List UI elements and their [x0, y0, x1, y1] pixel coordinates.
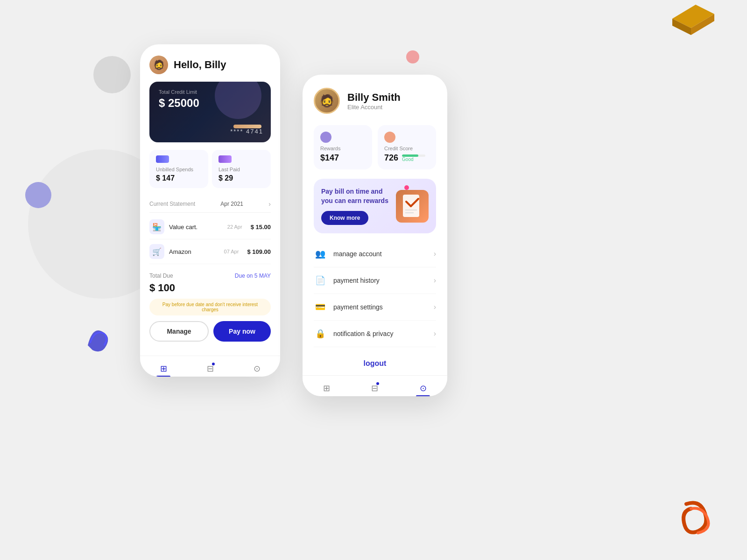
- txn-amount-0: $ 15.00: [251, 224, 271, 231]
- promo-illustration: [396, 190, 429, 223]
- last-paid-amount: $ 29: [218, 174, 264, 182]
- notification-privacy-label: notification & privacy: [333, 330, 427, 337]
- score-good-label: Good: [402, 157, 425, 162]
- manage-account-chevron-icon: ›: [434, 250, 436, 258]
- txn-date-1: 07 Apr: [224, 249, 239, 254]
- payment-history-chevron-icon: ›: [434, 276, 436, 285]
- right-nav-indicator: [376, 382, 379, 385]
- rewards-label: Rewards: [320, 146, 366, 151]
- rewards-icon: [320, 132, 331, 143]
- menu-item-payment-settings[interactable]: 💳 payment settings ›: [314, 294, 436, 321]
- stats-row: Unbilled Spends $ 147 Last Paid $ 29: [149, 150, 271, 188]
- manage-button[interactable]: Manage: [149, 321, 209, 342]
- left-bottom-nav: ⊞ ⊟ ⊙: [140, 356, 280, 377]
- logout-button[interactable]: logout: [364, 359, 387, 368]
- greeting-text: Hello, Billy: [174, 59, 226, 71]
- menu-item-manage-account[interactable]: 👥 manage account ›: [314, 241, 436, 267]
- table-row[interactable]: 🛒 Amazon 07 Apr $ 109.00: [149, 239, 271, 264]
- left-header: 🧔 Hello, Billy: [149, 56, 271, 74]
- right-phone-inner: 🧔 Billy Smith Elite Account Rewards $147…: [303, 75, 447, 347]
- action-buttons: Manage Pay now: [149, 321, 271, 342]
- total-due-row: Total Due Due on 5 MAY: [149, 273, 271, 279]
- credit-score-value: 726: [384, 153, 398, 163]
- home-icon: ⊞: [160, 364, 167, 374]
- credit-score-label: Credit Score: [384, 146, 430, 151]
- credit-score-icon: [384, 132, 395, 143]
- manage-account-label: manage account: [333, 250, 427, 258]
- transaction-list: 🏪 Value cart. 22 Apr $ 15.00 🛒 Amazon 07…: [149, 215, 271, 264]
- card-number: **** 4741: [230, 128, 263, 135]
- left-phone-inner: 🧔 Hello, Billy Total Credit Limit $ 2500…: [140, 44, 280, 264]
- warning-bar: Pay before due date and don't receive in…: [149, 299, 271, 315]
- manage-account-icon: 👥: [314, 247, 327, 260]
- credit-score-card: Credit Score 726 Good: [378, 125, 436, 169]
- payment-settings-chevron-icon: ›: [434, 303, 436, 311]
- payment-settings-icon: 💳: [314, 301, 327, 314]
- credit-card: Total Credit Limit $ 25000 **** 4741: [149, 82, 271, 142]
- score-bar-container: Good: [402, 154, 425, 162]
- left-phone-card: 🧔 Hello, Billy Total Credit Limit $ 2500…: [140, 44, 280, 377]
- unbilled-amount: $ 147: [156, 174, 202, 182]
- bg-3d-twist-left-icon: [78, 317, 116, 355]
- bg-3d-box-icon: [663, 0, 719, 37]
- bg-dot-pink: [406, 50, 419, 63]
- profile-header: 🧔 Billy Smith Elite Account: [314, 88, 436, 114]
- last-paid-label: Last Paid: [218, 167, 264, 172]
- statement-chevron-icon: ›: [268, 200, 271, 208]
- unbilled-spends-box: Unbilled Spends $ 147: [149, 150, 208, 188]
- right-phone-card: 🧔 Billy Smith Elite Account Rewards $147…: [303, 75, 447, 396]
- rewards-card: Rewards $147: [314, 125, 372, 169]
- last-paid-box: Last Paid $ 29: [212, 150, 271, 188]
- txn-amount-1: $ 109.00: [247, 248, 271, 255]
- unbilled-icon: [156, 155, 169, 163]
- txn-icon-0: 🏪: [149, 219, 164, 234]
- right-nav-item-home[interactable]: ⊞: [314, 380, 339, 396]
- txn-name-1: Amazon: [169, 248, 219, 255]
- nav-item-filter[interactable]: ⊟: [197, 361, 223, 377]
- statement-date: Apr 2021: [220, 201, 243, 207]
- table-row[interactable]: 🏪 Value cart. 22 Apr $ 15.00: [149, 215, 271, 239]
- nav-item-home[interactable]: ⊞: [151, 361, 176, 377]
- total-label: Total Due: [149, 273, 173, 279]
- txn-icon-1: 🛒: [149, 244, 164, 259]
- profile-name: Billy Smith: [347, 91, 401, 104]
- payment-settings-label: payment settings: [333, 303, 427, 311]
- menu-item-notification-privacy[interactable]: 🔒 notification & privacy ›: [314, 321, 436, 347]
- credit-score-row: 726 Good: [384, 153, 430, 163]
- rewards-amount: $147: [320, 153, 366, 163]
- unbilled-label: Unbilled Spends: [156, 167, 202, 172]
- right-nav-item-filter[interactable]: ⊟: [362, 380, 388, 396]
- profile-avatar: 🧔: [314, 88, 340, 114]
- nav-item-profile[interactable]: ⊙: [244, 361, 270, 377]
- profile-info: Billy Smith Elite Account: [347, 91, 401, 111]
- total-due-section: Total Due Due on 5 MAY $ 100 Pay before …: [140, 266, 280, 356]
- payment-history-label: payment history: [333, 277, 427, 284]
- right-profile-icon: ⊙: [420, 383, 427, 393]
- statement-label: Current Statement: [149, 201, 195, 207]
- txn-date-0: 22 Apr: [227, 224, 242, 230]
- promo-dot: [404, 185, 409, 190]
- total-amount: $ 100: [149, 282, 271, 294]
- notification-privacy-chevron-icon: ›: [434, 329, 436, 338]
- know-more-button[interactable]: Know more: [321, 211, 368, 225]
- promo-content: Pay bill on time and you can earn reward…: [321, 187, 390, 225]
- bg-circle-small: [93, 56, 131, 93]
- txn-name-0: Value cart.: [169, 224, 223, 231]
- profile-icon: ⊙: [254, 364, 261, 374]
- logout-section: logout: [303, 355, 447, 375]
- menu-item-payment-history[interactable]: 📄 payment history ›: [314, 267, 436, 294]
- notification-privacy-icon: 🔒: [314, 327, 327, 340]
- avatar: 🧔: [149, 56, 168, 74]
- promo-text: Pay bill on time and you can earn reward…: [321, 187, 390, 205]
- due-date: Due on 5 MAY: [235, 273, 271, 279]
- promo-banner: Pay bill on time and you can earn reward…: [314, 179, 436, 233]
- pay-now-button[interactable]: Pay now: [213, 321, 271, 342]
- bg-dot-purple: [25, 182, 51, 208]
- right-nav-item-profile[interactable]: ⊙: [410, 380, 436, 396]
- last-paid-icon: [218, 155, 232, 163]
- nav-indicator: [212, 363, 215, 365]
- bg-3d-twist-right-icon: [677, 495, 719, 541]
- statement-row[interactable]: Current Statement Apr 2021 ›: [149, 196, 271, 213]
- payment-history-icon: 📄: [314, 274, 327, 287]
- right-home-icon: ⊞: [323, 383, 330, 393]
